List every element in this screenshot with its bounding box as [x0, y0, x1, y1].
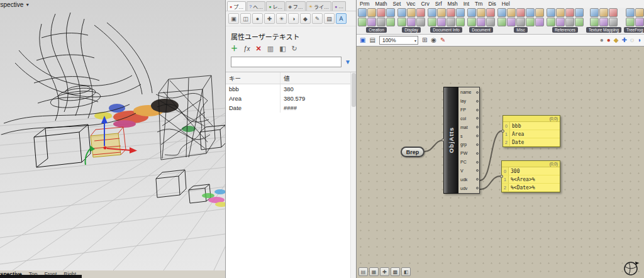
shade-icon[interactable]: ◑	[288, 13, 299, 24]
toolbar-icon[interactable]	[407, 8, 416, 17]
zoom-fit-icon[interactable]: ⊞	[422, 37, 427, 43]
toolbar-icon[interactable]	[575, 8, 584, 17]
menu-intersect[interactable]: Int	[464, 1, 469, 7]
output-grip[interactable]	[476, 178, 479, 181]
output-row[interactable]: udv	[458, 184, 479, 192]
output-grip[interactable]	[476, 152, 479, 155]
list-icon[interactable]: ▤	[324, 13, 335, 24]
input-grip[interactable]	[501, 130, 504, 133]
grasshopper-canvas[interactable]: Brep ObjAtts name lay FP col mat s grp P…	[357, 47, 644, 278]
toolbar-icon[interactable]	[397, 18, 406, 26]
toolbar-icon[interactable]	[486, 8, 495, 17]
toolbar-icon[interactable]	[590, 18, 599, 26]
widget-toggle-icon[interactable]: ▦	[369, 267, 379, 276]
output-grip[interactable]	[476, 135, 479, 137]
toolbar-icon[interactable]	[507, 18, 516, 26]
search-input[interactable]	[231, 57, 341, 67]
compass-widget[interactable]	[621, 259, 640, 277]
menu-display[interactable]: Dis	[489, 1, 496, 7]
save-icon[interactable]: ◧	[279, 45, 286, 52]
material-icon[interactable]: ◫	[240, 13, 251, 24]
output-row[interactable]: udk	[458, 175, 479, 184]
toolbar-icon[interactable]	[377, 18, 386, 26]
output-row[interactable]: V	[458, 166, 479, 175]
menu-maths[interactable]: Math	[375, 1, 387, 7]
input-grip[interactable]	[500, 175, 503, 178]
preview-off-icon[interactable]: ●	[600, 37, 604, 43]
open-icon[interactable]: ▤	[369, 37, 375, 43]
output-row[interactable]: grp	[458, 140, 479, 149]
toolbar-icon[interactable]	[397, 8, 406, 17]
menu-mesh[interactable]: Msh	[448, 1, 458, 7]
toolbar-icon[interactable]	[467, 8, 476, 17]
toolbar-icon[interactable]	[447, 18, 455, 26]
sketch-pen-icon[interactable]: ✎	[440, 37, 445, 43]
toolbar-icon[interactable]	[635, 18, 644, 26]
toolbar-icon[interactable]	[565, 8, 574, 17]
add-icon[interactable]: ＋	[231, 45, 238, 52]
toolbar-icon[interactable]	[575, 18, 584, 26]
toolbar-icon[interactable]	[556, 8, 565, 17]
toolbar-icon[interactable]	[386, 8, 395, 17]
toolbar-icon[interactable]	[367, 18, 376, 26]
output-row[interactable]: s	[458, 131, 479, 140]
save-icon[interactable]: ▣	[360, 37, 365, 43]
toolbar-icon[interactable]	[556, 18, 565, 26]
toolbar-icon[interactable]	[535, 8, 544, 17]
group-label[interactable]: References	[552, 27, 578, 33]
output-row[interactable]: PC	[458, 158, 479, 167]
panel-tab-more[interactable]: ● …	[332, 1, 346, 11]
toolbar-icon[interactable]	[626, 8, 635, 17]
add-icon[interactable]: ✚	[264, 13, 275, 24]
column-header-value[interactable]: 値	[280, 72, 356, 84]
output-row[interactable]: col	[458, 114, 479, 123]
output-row[interactable]: name	[458, 88, 479, 97]
menu-surface[interactable]: Srf	[435, 1, 442, 7]
toolbar-icon[interactable]	[377, 8, 386, 17]
panel-tab-help[interactable]: ? ヘ…	[247, 1, 265, 11]
preview-half-icon[interactable]: ◑	[637, 37, 641, 43]
input-grip[interactable]	[441, 138, 445, 142]
attribute-text-icon[interactable]: Ａ	[336, 13, 347, 24]
objatts-component[interactable]: ObjAtts name lay FP col mat s grp PW PC …	[443, 87, 480, 194]
widget-toggle-icon[interactable]: ◧	[401, 267, 411, 276]
toolbar-icon[interactable]	[516, 18, 525, 26]
zoom-select[interactable]: 100% ▾	[379, 36, 418, 45]
refresh-icon[interactable]: ↻	[292, 45, 297, 52]
component-name-bar[interactable]: ObjAtts	[443, 87, 458, 194]
output-row[interactable]: lay	[458, 97, 479, 106]
sphere-icon[interactable]: ●	[252, 13, 263, 24]
light-icon[interactable]: ☀	[276, 13, 287, 24]
menu-transform[interactable]: Trn	[475, 1, 482, 7]
toolbar-icon[interactable]	[609, 18, 618, 26]
menu-sets[interactable]: Set	[393, 1, 401, 7]
eye-icon[interactable]: ◉	[431, 37, 436, 43]
menu-params[interactable]: Prm	[360, 1, 370, 7]
toolbar-icon[interactable]	[416, 8, 425, 17]
widget-toggle-icon[interactable]: ✚	[380, 267, 389, 276]
toolbar-icon[interactable]	[358, 18, 367, 26]
panel-tab-lights[interactable]: ☀ ライ…	[306, 1, 331, 11]
toolbar-icon[interactable]	[407, 18, 416, 26]
output-grip[interactable]	[476, 169, 479, 172]
toolbar-icon[interactable]	[447, 8, 455, 17]
group-label[interactable]: Misc	[514, 27, 527, 33]
output-row[interactable]: mat	[458, 123, 479, 131]
object-icon[interactable]: ▣	[228, 13, 239, 24]
panel-component-values[interactable]: (0;0) 0 300 1 %<Area>% 2 %<Date>%	[501, 160, 560, 192]
table-row[interactable]: Area 380.579	[226, 94, 356, 103]
output-row[interactable]: PW	[458, 149, 479, 158]
menu-help[interactable]: Hel	[502, 1, 510, 7]
output-row[interactable]: FP	[458, 106, 479, 114]
group-label[interactable]: Texture Mapping	[586, 27, 621, 33]
toolbar-icon[interactable]	[507, 8, 516, 17]
output-grip[interactable]	[476, 187, 479, 189]
toolbar-icon[interactable]	[486, 18, 495, 26]
toolbar-icon[interactable]	[416, 18, 425, 26]
menu-vector[interactable]: Vec	[406, 1, 415, 7]
preview-shaded-icon[interactable]: ◆	[614, 37, 619, 43]
output-grip[interactable]	[476, 117, 479, 120]
toolbar-icon[interactable]	[367, 8, 376, 17]
toolbar-icon[interactable]	[535, 18, 544, 26]
toolbar-icon[interactable]	[428, 8, 436, 17]
